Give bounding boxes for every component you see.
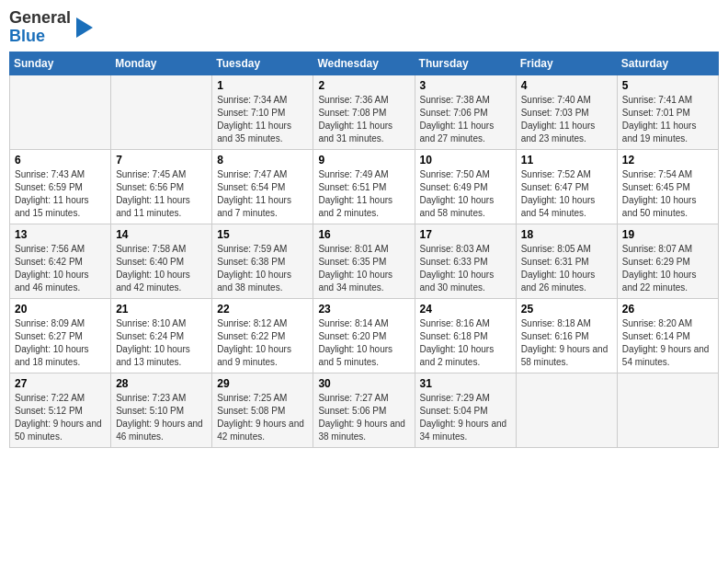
daylight-text: Daylight: 9 hours and 46 minutes. — [116, 419, 203, 442]
sunset-text: Sunset: 7:08 PM — [318, 108, 386, 118]
daylight-text: Daylight: 9 hours and 38 minutes. — [318, 419, 405, 442]
sunset-text: Sunset: 6:20 PM — [318, 331, 386, 341]
calendar-cell: 29 Sunrise: 7:25 AM Sunset: 5:08 PM Dayl… — [212, 373, 313, 447]
calendar-cell: 27 Sunrise: 7:22 AM Sunset: 5:12 PM Dayl… — [10, 373, 111, 447]
daylight-text: Daylight: 11 hours and 15 minutes. — [15, 195, 89, 218]
daylight-text: Daylight: 10 hours and 18 minutes. — [15, 344, 89, 367]
day-number: 23 — [318, 303, 409, 316]
calendar-cell: 22 Sunrise: 8:12 AM Sunset: 6:22 PM Dayl… — [212, 298, 313, 373]
sunrise-text: Sunrise: 8:09 AM — [15, 318, 85, 328]
day-detail: Sunrise: 7:43 AM Sunset: 6:59 PM Dayligh… — [15, 168, 106, 220]
sunrise-text: Sunrise: 8:14 AM — [318, 318, 388, 328]
calendar-cell: 12 Sunrise: 7:54 AM Sunset: 6:45 PM Dayl… — [617, 149, 718, 224]
day-detail: Sunrise: 8:20 AM Sunset: 6:14 PM Dayligh… — [622, 317, 713, 369]
calendar-cell: 30 Sunrise: 7:27 AM Sunset: 5:06 PM Dayl… — [313, 373, 415, 447]
day-detail: Sunrise: 7:41 AM Sunset: 7:01 PM Dayligh… — [622, 94, 713, 145]
calendar-cell — [10, 75, 111, 149]
sunset-text: Sunset: 6:16 PM — [521, 331, 589, 341]
calendar-cell: 28 Sunrise: 7:23 AM Sunset: 5:10 PM Dayl… — [111, 373, 212, 447]
day-detail: Sunrise: 8:14 AM Sunset: 6:20 PM Dayligh… — [318, 317, 409, 369]
calendar-cell: 20 Sunrise: 8:09 AM Sunset: 6:27 PM Dayl… — [10, 298, 111, 373]
sunset-text: Sunset: 6:40 PM — [116, 257, 184, 267]
logo-line2: Blue — [9, 28, 71, 46]
calendar-cell: 16 Sunrise: 8:01 AM Sunset: 6:35 PM Dayl… — [313, 224, 415, 298]
day-number: 25 — [521, 303, 612, 316]
day-detail: Sunrise: 7:50 AM Sunset: 6:49 PM Dayligh… — [420, 168, 511, 220]
sunrise-text: Sunrise: 7:38 AM — [420, 95, 490, 105]
day-number: 9 — [318, 154, 409, 167]
day-detail: Sunrise: 7:54 AM Sunset: 6:45 PM Dayligh… — [622, 168, 713, 220]
day-number: 15 — [217, 228, 308, 241]
sunrise-text: Sunrise: 8:20 AM — [622, 318, 692, 328]
daylight-text: Daylight: 10 hours and 13 minutes. — [116, 344, 190, 367]
logo: General Blue — [9, 9, 93, 46]
sunset-text: Sunset: 6:42 PM — [15, 257, 83, 267]
sunrise-text: Sunrise: 7:56 AM — [15, 244, 85, 254]
calendar-cell: 9 Sunrise: 7:49 AM Sunset: 6:51 PM Dayli… — [313, 149, 415, 224]
calendar-cell: 21 Sunrise: 8:10 AM Sunset: 6:24 PM Dayl… — [111, 298, 212, 373]
day-detail: Sunrise: 7:47 AM Sunset: 6:54 PM Dayligh… — [217, 168, 308, 220]
day-detail: Sunrise: 7:23 AM Sunset: 5:10 PM Dayligh… — [116, 392, 207, 443]
day-detail: Sunrise: 8:18 AM Sunset: 6:16 PM Dayligh… — [521, 317, 612, 369]
sunset-text: Sunset: 5:08 PM — [217, 406, 285, 416]
daylight-text: Daylight: 10 hours and 54 minutes. — [521, 195, 596, 218]
sunrise-text: Sunrise: 7:22 AM — [15, 393, 85, 403]
day-detail: Sunrise: 8:03 AM Sunset: 6:33 PM Dayligh… — [420, 243, 511, 294]
day-detail: Sunrise: 7:25 AM Sunset: 5:08 PM Dayligh… — [217, 392, 308, 443]
day-detail: Sunrise: 8:12 AM Sunset: 6:22 PM Dayligh… — [217, 317, 308, 369]
daylight-text: Daylight: 11 hours and 35 minutes. — [217, 121, 291, 144]
sunset-text: Sunset: 6:14 PM — [622, 331, 690, 341]
logo-line1: General — [9, 9, 71, 28]
calendar-cell: 19 Sunrise: 8:07 AM Sunset: 6:29 PM Dayl… — [617, 224, 718, 298]
day-number: 1 — [217, 79, 308, 92]
day-detail: Sunrise: 7:56 AM Sunset: 6:42 PM Dayligh… — [15, 243, 106, 294]
day-detail: Sunrise: 8:07 AM Sunset: 6:29 PM Dayligh… — [622, 243, 713, 294]
sunset-text: Sunset: 6:35 PM — [318, 257, 386, 267]
day-number: 31 — [420, 377, 511, 390]
daylight-text: Daylight: 11 hours and 19 minutes. — [622, 121, 697, 144]
daylight-text: Daylight: 10 hours and 30 minutes. — [420, 270, 495, 293]
day-detail: Sunrise: 7:52 AM Sunset: 6:47 PM Dayligh… — [521, 168, 612, 220]
daylight-text: Daylight: 10 hours and 46 minutes. — [15, 270, 89, 293]
sunset-text: Sunset: 6:56 PM — [116, 182, 184, 192]
sunset-text: Sunset: 7:03 PM — [521, 108, 589, 118]
day-detail: Sunrise: 7:36 AM Sunset: 7:08 PM Dayligh… — [318, 94, 409, 145]
daylight-text: Daylight: 11 hours and 31 minutes. — [318, 121, 392, 144]
sunset-text: Sunset: 5:12 PM — [15, 406, 83, 416]
sunset-text: Sunset: 6:33 PM — [420, 257, 488, 267]
daylight-text: Daylight: 10 hours and 42 minutes. — [116, 270, 190, 293]
sunrise-text: Sunrise: 7:47 AM — [217, 169, 287, 179]
day-number: 11 — [521, 154, 612, 167]
sunset-text: Sunset: 7:06 PM — [420, 108, 488, 118]
sunrise-text: Sunrise: 8:10 AM — [116, 318, 186, 328]
day-detail: Sunrise: 7:38 AM Sunset: 7:06 PM Dayligh… — [420, 94, 511, 145]
day-detail: Sunrise: 7:40 AM Sunset: 7:03 PM Dayligh… — [521, 94, 612, 145]
day-detail: Sunrise: 8:10 AM Sunset: 6:24 PM Dayligh… — [116, 317, 207, 369]
sunrise-text: Sunrise: 7:25 AM — [217, 393, 287, 403]
calendar-week-row: 20 Sunrise: 8:09 AM Sunset: 6:27 PM Dayl… — [10, 298, 719, 373]
sunset-text: Sunset: 7:01 PM — [622, 108, 690, 118]
calendar-cell — [516, 373, 617, 447]
calendar-cell: 11 Sunrise: 7:52 AM Sunset: 6:47 PM Dayl… — [516, 149, 617, 224]
day-header-saturday: Saturday — [617, 52, 718, 75]
daylight-text: Daylight: 10 hours and 50 minutes. — [622, 195, 697, 218]
svg-marker-0 — [76, 17, 93, 38]
sunrise-text: Sunrise: 8:05 AM — [521, 244, 591, 254]
calendar-cell: 14 Sunrise: 7:58 AM Sunset: 6:40 PM Dayl… — [111, 224, 212, 298]
day-detail: Sunrise: 7:34 AM Sunset: 7:10 PM Dayligh… — [217, 94, 308, 145]
sunset-text: Sunset: 6:27 PM — [15, 331, 83, 341]
sunset-text: Sunset: 6:45 PM — [622, 182, 690, 192]
calendar-cell: 3 Sunrise: 7:38 AM Sunset: 7:06 PM Dayli… — [415, 75, 516, 149]
daylight-text: Daylight: 10 hours and 9 minutes. — [217, 344, 291, 367]
daylight-text: Daylight: 9 hours and 58 minutes. — [521, 344, 609, 367]
sunset-text: Sunset: 5:06 PM — [318, 406, 386, 416]
sunset-text: Sunset: 6:22 PM — [217, 331, 285, 341]
daylight-text: Daylight: 10 hours and 5 minutes. — [318, 344, 392, 367]
day-number: 3 — [420, 79, 511, 92]
daylight-text: Daylight: 11 hours and 2 minutes. — [318, 195, 392, 218]
sunset-text: Sunset: 5:04 PM — [420, 406, 488, 416]
sunrise-text: Sunrise: 7:43 AM — [15, 169, 85, 179]
calendar-week-row: 1 Sunrise: 7:34 AM Sunset: 7:10 PM Dayli… — [10, 75, 719, 149]
calendar-cell: 24 Sunrise: 8:16 AM Sunset: 6:18 PM Dayl… — [415, 298, 516, 373]
sunset-text: Sunset: 6:54 PM — [217, 182, 285, 192]
